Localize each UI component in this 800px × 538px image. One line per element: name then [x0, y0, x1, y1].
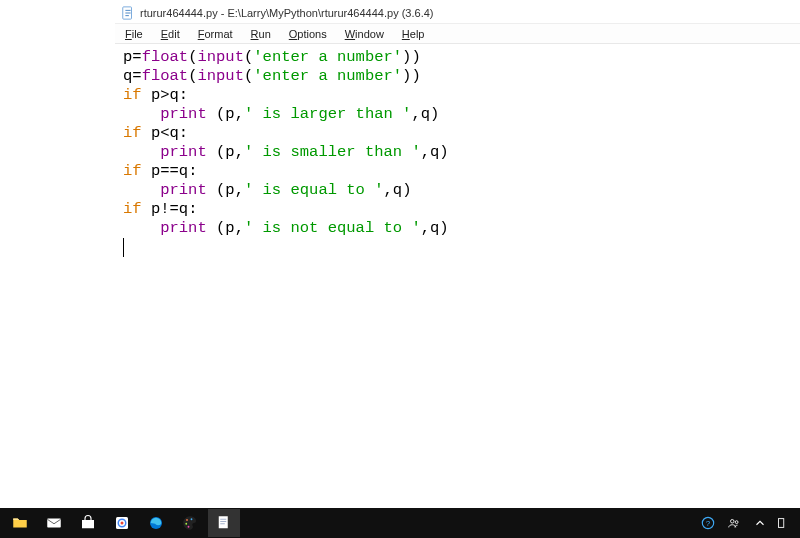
- token-id: [207, 105, 216, 123]
- menu-window[interactable]: Window: [341, 26, 388, 42]
- taskbar-file-explorer-icon[interactable]: [4, 509, 36, 537]
- token-id: q: [421, 105, 430, 123]
- menu-file[interactable]: File: [121, 26, 147, 42]
- token-punc: ): [402, 181, 411, 199]
- svg-point-8: [191, 518, 193, 520]
- token-id: p: [123, 48, 132, 66]
- taskbar-pinned: [4, 509, 240, 537]
- token-op: =: [132, 67, 141, 85]
- token-id: p: [225, 181, 234, 199]
- token-builtin: input: [197, 67, 244, 85]
- python-file-icon: [121, 6, 135, 20]
- token-builtin: print: [160, 143, 207, 161]
- menu-help[interactable]: Help: [398, 26, 429, 42]
- tray-help-icon[interactable]: ?: [700, 515, 716, 531]
- code-line[interactable]: print (p,' is equal to ',q): [123, 181, 792, 200]
- token-punc: (: [244, 67, 253, 85]
- code-line[interactable]: print (p,' is larger than ',q): [123, 105, 792, 124]
- token-punc: ): [430, 105, 439, 123]
- token-punc: ,: [411, 105, 420, 123]
- token-builtin: input: [197, 48, 244, 66]
- token-id: p: [142, 162, 161, 180]
- svg-point-7: [186, 519, 188, 521]
- code-line[interactable]: q=float(input('enter a number')): [123, 67, 792, 86]
- token-str: ' is larger than ': [244, 105, 411, 123]
- token-id: p: [225, 143, 234, 161]
- token-builtin: print: [160, 181, 207, 199]
- code-editor[interactable]: p=float(input('enter a number'))q=float(…: [115, 44, 800, 508]
- token-builtin: float: [142, 67, 189, 85]
- code-line[interactable]: if p<q:: [123, 124, 792, 143]
- svg-rect-16: [779, 519, 784, 528]
- menubar: File Edit Format Run Options Window Help: [115, 24, 800, 44]
- token-punc: ,: [235, 219, 244, 237]
- token-str: ' is equal to ': [244, 181, 384, 199]
- menu-options[interactable]: Options: [285, 26, 331, 42]
- token-punc: (: [216, 105, 225, 123]
- token-punc: ,: [235, 181, 244, 199]
- token-id: q: [430, 219, 439, 237]
- token-id: q: [430, 143, 439, 161]
- token-builtin: print: [160, 105, 207, 123]
- token-punc: ,: [235, 143, 244, 161]
- token-punc: )): [402, 67, 421, 85]
- token-builtin: float: [142, 48, 189, 66]
- menu-run[interactable]: Run: [247, 26, 275, 42]
- svg-text:?: ?: [706, 519, 711, 528]
- token-id: p: [142, 86, 161, 104]
- token-id: q: [179, 162, 188, 180]
- menu-edit[interactable]: Edit: [157, 26, 184, 42]
- tray-more-icon[interactable]: [778, 515, 786, 531]
- svg-point-10: [188, 526, 190, 528]
- token-punc: (: [216, 143, 225, 161]
- token-op: ==: [160, 162, 179, 180]
- code-line[interactable]: print (p,' is smaller than ',q): [123, 143, 792, 162]
- token-builtin: print: [160, 219, 207, 237]
- token-id: p: [225, 105, 234, 123]
- token-id: p: [142, 200, 161, 218]
- menu-format[interactable]: Format: [194, 26, 237, 42]
- taskbar-store-icon[interactable]: [72, 509, 104, 537]
- tray-chevron-up-icon[interactable]: [752, 515, 768, 531]
- code-line[interactable]: if p>q:: [123, 86, 792, 105]
- code-line[interactable]: if p!=q:: [123, 200, 792, 219]
- token-punc: ): [439, 143, 448, 161]
- window-title: rturur464444.py - E:\Larry\MyPython\rtur…: [140, 7, 433, 19]
- token-punc: (: [216, 181, 225, 199]
- tray-people-icon[interactable]: [726, 515, 742, 531]
- token-id: q: [170, 86, 179, 104]
- token-punc: :: [188, 200, 197, 218]
- svg-point-5: [121, 522, 124, 525]
- token-punc: ): [439, 219, 448, 237]
- taskbar-paint-icon[interactable]: [174, 509, 206, 537]
- taskbar-edge-icon[interactable]: [140, 509, 172, 537]
- token-kw: if: [123, 124, 142, 142]
- token-punc: :: [179, 124, 188, 142]
- svg-rect-11: [219, 516, 228, 528]
- token-punc: :: [179, 86, 188, 104]
- text-cursor: [123, 238, 792, 257]
- token-id: q: [170, 124, 179, 142]
- taskbar-tray: ?: [700, 515, 796, 531]
- taskbar-chrome-icon[interactable]: [106, 509, 138, 537]
- taskbar: ?: [0, 508, 800, 538]
- code-line[interactable]: print (p,' is not equal to ',q): [123, 219, 792, 238]
- code-line[interactable]: if p==q:: [123, 162, 792, 181]
- code-line[interactable]: p=float(input('enter a number')): [123, 48, 792, 67]
- token-op: !=: [160, 200, 179, 218]
- token-id: p: [225, 219, 234, 237]
- blank-region: [0, 0, 115, 508]
- token-str: ' is smaller than ': [244, 143, 421, 161]
- token-id: q: [393, 181, 402, 199]
- taskbar-mail-icon[interactable]: [38, 509, 70, 537]
- token-punc: (: [244, 48, 253, 66]
- taskbar-notepad-icon[interactable]: [208, 509, 240, 537]
- token-id: q: [179, 200, 188, 218]
- titlebar[interactable]: rturur464444.py - E:\Larry\MyPython\rtur…: [115, 2, 800, 24]
- token-punc: ,: [421, 143, 430, 161]
- token-kw: if: [123, 200, 142, 218]
- token-id: p: [142, 124, 161, 142]
- token-id: q: [123, 67, 132, 85]
- token-str: 'enter a number': [253, 67, 402, 85]
- token-str: ' is not equal to ': [244, 219, 421, 237]
